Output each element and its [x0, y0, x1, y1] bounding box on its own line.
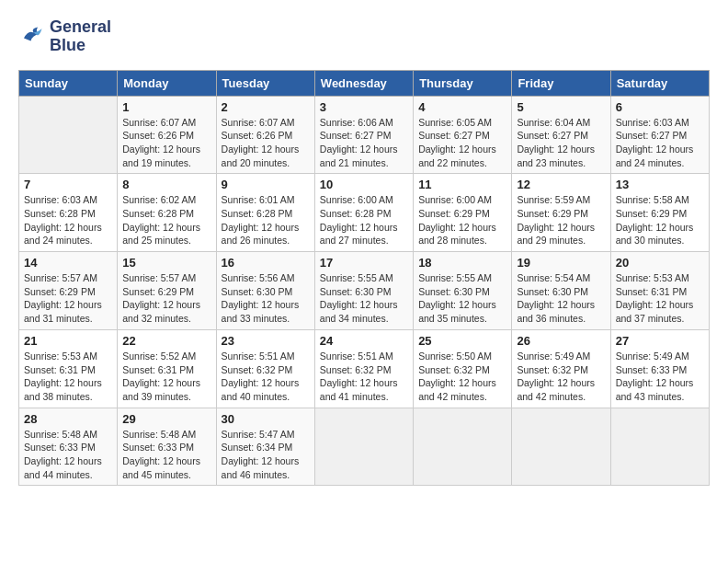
calendar-cell: 7Sunrise: 6:03 AM Sunset: 6:28 PM Daylig…	[19, 174, 118, 252]
day-info: Sunrise: 5:52 AM Sunset: 6:31 PM Dayligh…	[122, 350, 210, 404]
day-number: 25	[418, 334, 506, 348]
day-number: 27	[616, 334, 704, 348]
calendar-cell: 21Sunrise: 5:53 AM Sunset: 6:31 PM Dayli…	[19, 329, 118, 408]
calendar-cell: 19Sunrise: 5:54 AM Sunset: 6:30 PM Dayli…	[512, 252, 610, 330]
week-row-2: 7Sunrise: 6:03 AM Sunset: 6:28 PM Daylig…	[19, 174, 710, 252]
day-number: 23	[222, 334, 310, 348]
day-info: Sunrise: 6:07 AM Sunset: 6:26 PM Dayligh…	[222, 116, 310, 170]
day-info: Sunrise: 5:51 AM Sunset: 6:32 PM Dayligh…	[222, 350, 310, 404]
day-number: 9	[222, 178, 310, 191]
calendar-cell: 3Sunrise: 6:06 AM Sunset: 6:27 PM Daylig…	[314, 96, 413, 174]
day-info: Sunrise: 5:47 AM Sunset: 6:34 PM Dayligh…	[222, 428, 310, 482]
week-row-4: 21Sunrise: 5:53 AM Sunset: 6:31 PM Dayli…	[19, 329, 710, 408]
day-info: Sunrise: 5:50 AM Sunset: 6:32 PM Dayligh…	[418, 350, 506, 404]
day-number: 2	[222, 100, 310, 114]
day-number: 24	[320, 334, 408, 348]
day-info: Sunrise: 5:56 AM Sunset: 6:30 PM Dayligh…	[222, 271, 310, 326]
calendar-cell	[610, 408, 709, 486]
day-number: 19	[517, 256, 605, 270]
day-number: 6	[616, 100, 704, 114]
calendar-cell: 1Sunrise: 6:07 AM Sunset: 6:26 PM Daylig…	[118, 96, 216, 174]
calendar-cell: 26Sunrise: 5:49 AM Sunset: 6:32 PM Dayli…	[512, 329, 610, 408]
calendar-cell: 29Sunrise: 5:48 AM Sunset: 6:33 PM Dayli…	[118, 408, 216, 486]
day-info: Sunrise: 6:02 AM Sunset: 6:28 PM Dayligh…	[122, 193, 210, 247]
day-number: 8	[122, 178, 210, 191]
calendar-cell: 11Sunrise: 6:00 AM Sunset: 6:29 PM Dayli…	[414, 174, 512, 252]
calendar-cell: 6Sunrise: 6:03 AM Sunset: 6:27 PM Daylig…	[610, 96, 709, 174]
day-info: Sunrise: 5:57 AM Sunset: 6:29 PM Dayligh…	[122, 271, 210, 326]
week-row-1: 1Sunrise: 6:07 AM Sunset: 6:26 PM Daylig…	[19, 96, 710, 174]
day-info: Sunrise: 5:54 AM Sunset: 6:30 PM Dayligh…	[517, 271, 605, 326]
calendar-cell: 5Sunrise: 6:04 AM Sunset: 6:27 PM Daylig…	[512, 96, 610, 174]
day-info: Sunrise: 5:48 AM Sunset: 6:33 PM Dayligh…	[122, 428, 210, 482]
col-header-thursday: Thursday	[414, 70, 512, 96]
col-header-sunday: Sunday	[19, 70, 118, 96]
calendar-cell: 10Sunrise: 6:00 AM Sunset: 6:28 PM Dayli…	[314, 174, 413, 252]
day-number: 22	[122, 334, 210, 348]
calendar-cell: 27Sunrise: 5:49 AM Sunset: 6:33 PM Dayli…	[610, 329, 709, 408]
day-number: 17	[320, 256, 408, 270]
calendar-cell: 14Sunrise: 5:57 AM Sunset: 6:29 PM Dayli…	[19, 252, 118, 330]
logo-text: General Blue	[50, 18, 111, 55]
calendar-cell: 18Sunrise: 5:55 AM Sunset: 6:30 PM Dayli…	[414, 252, 512, 330]
calendar-cell: 16Sunrise: 5:56 AM Sunset: 6:30 PM Dayli…	[216, 252, 314, 330]
day-info: Sunrise: 5:59 AM Sunset: 6:29 PM Dayligh…	[517, 193, 605, 247]
day-info: Sunrise: 5:51 AM Sunset: 6:32 PM Dayligh…	[320, 350, 408, 404]
day-number: 26	[517, 334, 605, 348]
day-info: Sunrise: 6:03 AM Sunset: 6:28 PM Dayligh…	[24, 193, 112, 247]
day-info: Sunrise: 5:53 AM Sunset: 6:31 PM Dayligh…	[616, 271, 704, 326]
day-info: Sunrise: 5:49 AM Sunset: 6:32 PM Dayligh…	[517, 350, 605, 404]
calendar-cell: 30Sunrise: 5:47 AM Sunset: 6:34 PM Dayli…	[216, 408, 314, 486]
day-info: Sunrise: 6:03 AM Sunset: 6:27 PM Dayligh…	[616, 116, 704, 170]
day-number: 12	[517, 178, 605, 191]
day-info: Sunrise: 6:00 AM Sunset: 6:29 PM Dayligh…	[418, 193, 506, 247]
col-header-saturday: Saturday	[610, 70, 709, 96]
day-info: Sunrise: 6:06 AM Sunset: 6:27 PM Dayligh…	[320, 116, 408, 170]
day-info: Sunrise: 5:55 AM Sunset: 6:30 PM Dayligh…	[418, 271, 506, 326]
day-number: 10	[320, 178, 408, 191]
day-info: Sunrise: 5:53 AM Sunset: 6:31 PM Dayligh…	[24, 350, 112, 404]
day-info: Sunrise: 5:55 AM Sunset: 6:30 PM Dayligh…	[320, 271, 408, 326]
calendar-cell: 9Sunrise: 6:01 AM Sunset: 6:28 PM Daylig…	[216, 174, 314, 252]
day-info: Sunrise: 6:07 AM Sunset: 6:26 PM Dayligh…	[122, 116, 210, 170]
day-number: 30	[222, 412, 310, 426]
week-row-3: 14Sunrise: 5:57 AM Sunset: 6:29 PM Dayli…	[19, 252, 710, 330]
calendar-cell: 24Sunrise: 5:51 AM Sunset: 6:32 PM Dayli…	[314, 329, 413, 408]
calendar-cell: 4Sunrise: 6:05 AM Sunset: 6:27 PM Daylig…	[414, 96, 512, 174]
calendar-cell: 2Sunrise: 6:07 AM Sunset: 6:26 PM Daylig…	[216, 96, 314, 174]
calendar-table: SundayMondayTuesdayWednesdayThursdayFrid…	[18, 70, 710, 487]
day-number: 16	[222, 256, 310, 270]
day-number: 1	[122, 100, 210, 114]
day-number: 4	[418, 100, 506, 114]
logo-icon	[18, 23, 46, 51]
day-info: Sunrise: 5:57 AM Sunset: 6:29 PM Dayligh…	[24, 271, 112, 326]
calendar-cell: 13Sunrise: 5:58 AM Sunset: 6:29 PM Dayli…	[610, 174, 709, 252]
calendar-cell: 20Sunrise: 5:53 AM Sunset: 6:31 PM Dayli…	[610, 252, 709, 330]
day-number: 15	[122, 256, 210, 270]
calendar-cell: 25Sunrise: 5:50 AM Sunset: 6:32 PM Dayli…	[414, 329, 512, 408]
day-number: 14	[24, 256, 112, 270]
calendar-cell	[414, 408, 512, 486]
calendar-cell: 28Sunrise: 5:48 AM Sunset: 6:33 PM Dayli…	[19, 408, 118, 486]
calendar-cell	[19, 96, 118, 174]
day-number: 13	[616, 178, 704, 191]
day-number: 7	[24, 178, 112, 191]
calendar-cell	[314, 408, 413, 486]
day-info: Sunrise: 5:58 AM Sunset: 6:29 PM Dayligh…	[616, 193, 704, 247]
day-number: 11	[418, 178, 506, 191]
day-info: Sunrise: 6:04 AM Sunset: 6:27 PM Dayligh…	[517, 116, 605, 170]
calendar-cell: 22Sunrise: 5:52 AM Sunset: 6:31 PM Dayli…	[118, 329, 216, 408]
day-number: 21	[24, 334, 112, 348]
day-number: 28	[24, 412, 112, 426]
day-number: 20	[616, 256, 704, 270]
day-number: 29	[122, 412, 210, 426]
day-number: 5	[517, 100, 605, 114]
calendar-cell	[512, 408, 610, 486]
day-info: Sunrise: 6:05 AM Sunset: 6:27 PM Dayligh…	[418, 116, 506, 170]
week-row-5: 28Sunrise: 5:48 AM Sunset: 6:33 PM Dayli…	[19, 408, 710, 486]
logo: General Blue	[18, 18, 111, 55]
day-info: Sunrise: 5:49 AM Sunset: 6:33 PM Dayligh…	[616, 350, 704, 404]
calendar-cell: 15Sunrise: 5:57 AM Sunset: 6:29 PM Dayli…	[118, 252, 216, 330]
col-header-friday: Friday	[512, 70, 610, 96]
calendar-cell: 17Sunrise: 5:55 AM Sunset: 6:30 PM Dayli…	[314, 252, 413, 330]
